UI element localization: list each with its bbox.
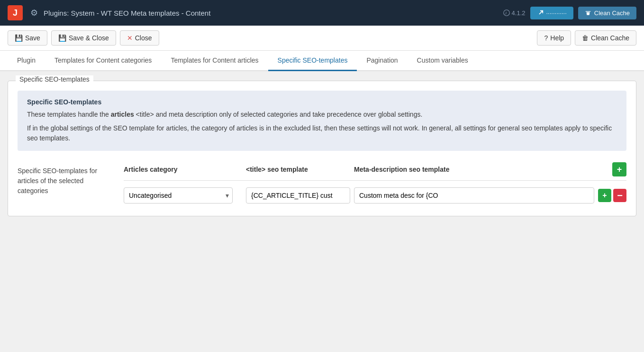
tab-plugin[interactable]: Plugin xyxy=(8,51,45,71)
toolbar-right: ? Help 🗑 Clean Cache xyxy=(537,30,636,46)
page-title: Plugins: System - WT SEO Meta templates … xyxy=(44,9,498,17)
user-label: ············ xyxy=(546,9,567,17)
tab-articles[interactable]: Templates for Content articles xyxy=(161,51,268,71)
title-cell xyxy=(246,187,350,204)
meta-input[interactable] xyxy=(354,187,594,204)
topnav-right-area: J 4.1.2 ············ Clean Cache xyxy=(503,7,636,19)
col-header-actions: + xyxy=(608,162,626,176)
main-content: Specific SEO-templates Specific SEO-temp… xyxy=(0,71,644,350)
save-close-icon: 💾 xyxy=(58,34,66,42)
section-legend: Specific SEO-templates xyxy=(16,75,93,83)
info-box: Specific SEO-templates These templates h… xyxy=(18,91,626,151)
info-box-line2: If in the global settings of the SEO tem… xyxy=(27,123,617,143)
save-close-button[interactable]: 💾 Save & Close xyxy=(51,30,116,46)
svg-text:J: J xyxy=(505,11,507,15)
help-icon: ? xyxy=(544,34,548,42)
table-header: Articles category <title> seo template M… xyxy=(124,162,626,181)
meta-cell xyxy=(354,187,594,204)
tabs-bar: Plugin Templates for Content categories … xyxy=(0,51,644,71)
top-navigation: J ⚙ Plugins: System - WT SEO Meta templa… xyxy=(0,0,644,26)
clean-cache-button[interactable]: 🗑 Clean Cache xyxy=(575,30,636,46)
save-icon: 💾 xyxy=(15,34,23,42)
row-add-button[interactable]: + xyxy=(598,189,611,202)
table-area: Specific SEO-templates for articles of t… xyxy=(18,162,626,206)
save-button[interactable]: 💾 Save xyxy=(8,30,47,46)
tab-categories[interactable]: Templates for Content categories xyxy=(45,51,161,71)
help-button[interactable]: ? Help xyxy=(537,30,571,46)
table-row: Uncategorised ▾ + − xyxy=(124,185,626,206)
col-header-meta: Meta-description seo template xyxy=(354,166,604,173)
col-header-title: <title> seo template xyxy=(246,166,350,173)
joomla-logo: J xyxy=(8,5,23,20)
category-select-wrapper: Uncategorised ▾ xyxy=(124,187,233,204)
svg-point-0 xyxy=(503,10,509,16)
tab-specific[interactable]: Specific SEO-templates xyxy=(268,51,357,71)
info-box-title: Specific SEO-templates xyxy=(27,98,617,106)
info-box-line1: These templates handle the articles <tit… xyxy=(27,110,617,120)
col-header-category: Articles category xyxy=(124,166,242,173)
section-card: Specific SEO-templates Specific SEO-temp… xyxy=(8,81,636,216)
row-remove-button[interactable]: − xyxy=(613,189,626,202)
topnav-clean-cache-button[interactable]: Clean Cache xyxy=(578,7,636,19)
row-actions: + − xyxy=(598,189,626,202)
add-row-button-header[interactable]: + xyxy=(612,162,626,176)
joomla-version: J 4.1.2 xyxy=(503,9,526,17)
category-cell: Uncategorised ▾ xyxy=(124,187,242,204)
external-link-button[interactable]: ············ xyxy=(530,7,573,19)
plugin-icon: ⚙ xyxy=(30,8,38,18)
table-content: Articles category <title> seo template M… xyxy=(124,162,626,206)
title-input[interactable] xyxy=(246,187,350,204)
table-label: Specific SEO-templates for articles of t… xyxy=(18,162,112,196)
tab-pagination[interactable]: Pagination xyxy=(357,51,407,71)
tab-custom[interactable]: Custom variables xyxy=(408,51,478,71)
close-icon: ✕ xyxy=(127,34,133,42)
trash-icon: 🗑 xyxy=(582,34,589,42)
close-button[interactable]: ✕ Close xyxy=(120,30,159,46)
category-select[interactable]: Uncategorised xyxy=(124,187,233,204)
toolbar: 💾 Save 💾 Save & Close ✕ Close ? Help 🗑 C… xyxy=(0,26,644,51)
